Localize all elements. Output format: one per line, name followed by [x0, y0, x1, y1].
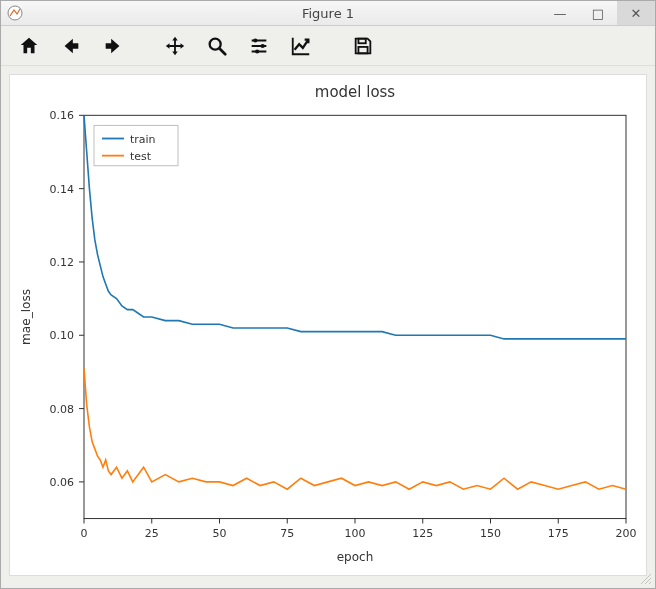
svg-rect-6	[358, 47, 367, 53]
mpl-toolbar	[1, 26, 655, 66]
ylabel: mae_loss	[19, 289, 33, 345]
figure-canvas[interactable]: model loss0255075100125150175200epoch0.0…	[9, 74, 647, 576]
back-button[interactable]	[51, 28, 91, 64]
save-icon	[352, 35, 374, 57]
zoom-icon	[206, 35, 228, 57]
xtick-label: 100	[345, 527, 366, 540]
svg-point-3	[261, 44, 265, 48]
edit-button[interactable]	[281, 28, 321, 64]
configure-button[interactable]	[239, 28, 279, 64]
xtick-label: 50	[213, 527, 227, 540]
arrow-right-icon	[102, 35, 124, 57]
xtick-label: 125	[412, 527, 433, 540]
xtick-label: 200	[616, 527, 637, 540]
maximize-button[interactable]: □	[579, 1, 617, 25]
xtick-label: 25	[145, 527, 159, 540]
minimize-button[interactable]: —	[541, 1, 579, 25]
series-test	[84, 368, 626, 489]
move-icon	[164, 35, 186, 57]
svg-point-0	[8, 6, 22, 20]
line-chart-icon	[290, 35, 312, 57]
ytick-label: 0.08	[50, 403, 74, 416]
app-icon	[7, 5, 23, 21]
ytick-label: 0.06	[50, 476, 74, 489]
arrow-left-icon	[60, 35, 82, 57]
ytick-label: 0.14	[50, 183, 74, 196]
close-button[interactable]: ✕	[617, 1, 655, 25]
sliders-icon	[248, 35, 270, 57]
xtick-label: 0	[80, 527, 87, 540]
forward-button[interactable]	[93, 28, 133, 64]
svg-rect-5	[358, 38, 365, 43]
ytick-label: 0.10	[50, 329, 74, 342]
xtick-label: 175	[548, 527, 569, 540]
figure-window: Figure 1 — □ ✕	[0, 0, 656, 589]
xlabel: epoch	[337, 550, 373, 564]
home-icon	[18, 35, 40, 57]
ytick-label: 0.16	[50, 109, 74, 122]
chart-svg: model loss0255075100125150175200epoch0.0…	[10, 75, 646, 575]
svg-point-2	[253, 38, 257, 42]
svg-rect-7	[84, 115, 626, 518]
xtick-label: 75	[280, 527, 294, 540]
titlebar: Figure 1 — □ ✕	[1, 1, 655, 26]
resize-grip-icon[interactable]	[640, 573, 652, 585]
chart-title: model loss	[315, 83, 396, 101]
canvas-area: model loss0255075100125150175200epoch0.0…	[1, 66, 655, 588]
ytick-label: 0.12	[50, 256, 74, 269]
legend-label: train	[130, 133, 156, 146]
home-button[interactable]	[9, 28, 49, 64]
svg-point-4	[255, 49, 259, 53]
legend-label: test	[130, 150, 152, 163]
window-buttons: — □ ✕	[541, 1, 655, 25]
zoom-button[interactable]	[197, 28, 237, 64]
pan-button[interactable]	[155, 28, 195, 64]
xtick-label: 150	[480, 527, 501, 540]
save-button[interactable]	[343, 28, 383, 64]
